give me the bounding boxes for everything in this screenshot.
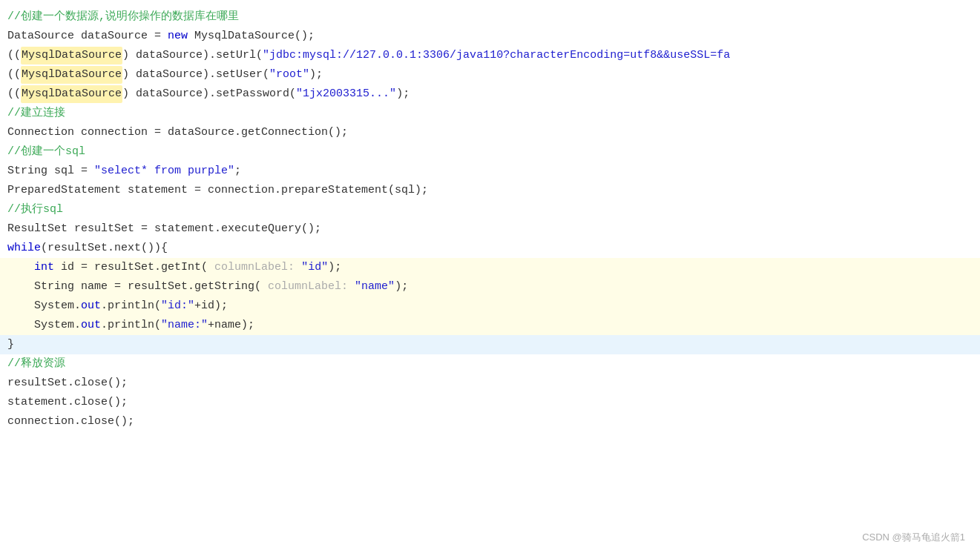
code-line: //释放资源 [0, 354, 980, 374]
code-line: System.out.println("name:"+name); [0, 316, 980, 335]
comment-text: //执行sql [7, 201, 63, 219]
code-token: "name" [355, 278, 395, 296]
code-token: MysqlDataSource [21, 66, 122, 84]
code-token: "select* from purple" [94, 162, 234, 180]
code-token: System. [7, 297, 81, 315]
code-token: int [34, 259, 54, 276]
code-token [348, 278, 355, 296]
code-line: //执行sql [0, 200, 980, 219]
code-token: "id" [301, 259, 328, 276]
code-token: "1jx2003315..." [296, 85, 396, 103]
code-token: } [7, 336, 14, 354]
code-token: MysqlDataSource [21, 85, 122, 103]
code-token [295, 259, 301, 276]
code-lines: //创建一个数据源,说明你操作的数据库在哪里DataSource dataSou… [0, 7, 980, 431]
code-line: resultSet.close(); [0, 374, 980, 393]
code-token: connection.close(); [7, 413, 134, 431]
code-token: out [81, 297, 101, 315]
comment-text: //释放资源 [7, 355, 65, 373]
code-token: out [81, 317, 101, 334]
code-token: DataSource dataSource = [7, 27, 168, 45]
code-line: while(resultSet.next()){ [0, 239, 980, 258]
code-token: ResultSet resultSet = statement.executeQ… [7, 220, 321, 238]
code-line: ((MysqlDataSource) dataSource).setUser("… [0, 65, 980, 85]
comment-text: //创建一个sql [7, 143, 85, 161]
comment-text: //建立连接 [7, 105, 65, 122]
code-line: String name = resultSet.getString( colum… [0, 277, 980, 297]
code-line: //创建一个sql [0, 142, 980, 162]
code-token: ; [234, 162, 241, 180]
code-line: ResultSet resultSet = statement.executeQ… [0, 219, 980, 239]
code-line: //建立连接 [0, 104, 980, 123]
code-line: int id = resultSet.getInt( columnLabel: … [0, 258, 980, 277]
code-token: +id); [194, 297, 228, 315]
code-token: ); [396, 85, 410, 103]
code-token: while [7, 239, 41, 257]
code-token [7, 259, 34, 276]
code-token: System. [7, 317, 81, 334]
code-token: (( [7, 47, 21, 64]
code-token: columnLabel: [214, 259, 295, 276]
code-line: PreparedStatement statement = connection… [0, 181, 980, 200]
code-token: (resultSet.next()){ [41, 239, 168, 257]
code-token: PreparedStatement statement = connection… [7, 182, 428, 199]
code-token: "id:" [161, 297, 194, 315]
code-token: String name = resultSet.getString( [7, 278, 268, 296]
code-token: Connection connection = dataSource.getCo… [7, 124, 348, 142]
code-token: columnLabel: [268, 278, 348, 296]
code-token: MysqlDataSource(); [188, 27, 315, 45]
code-token: resultSet.close(); [7, 374, 128, 392]
code-token: .println( [101, 317, 161, 334]
code-line: Connection connection = dataSource.getCo… [0, 123, 980, 142]
code-token: ); [328, 259, 341, 276]
code-token: new [168, 27, 188, 45]
code-token: "name:" [161, 317, 208, 334]
code-line: ((MysqlDataSource) dataSource).setPasswo… [0, 85, 980, 104]
code-token: ) dataSource).setUrl( [122, 47, 263, 64]
code-line: String sql = "select* from purple"; [0, 162, 980, 181]
code-token: MysqlDataSource [21, 47, 122, 64]
watermark: CSDN @骑马龟追火箭1 [862, 530, 965, 546]
code-token: ); [309, 66, 323, 84]
code-token: ); [395, 278, 408, 296]
code-token: String sql = [7, 162, 94, 180]
code-container: //创建一个数据源,说明你操作的数据库在哪里DataSource dataSou… [0, 0, 980, 553]
code-token: ) dataSource).setUser( [122, 66, 269, 84]
code-line: connection.close(); [0, 412, 980, 431]
code-token: +name); [208, 317, 254, 334]
code-line: } [0, 335, 980, 354]
code-line: //创建一个数据源,说明你操作的数据库在哪里 [0, 7, 980, 27]
code-line: ((MysqlDataSource) dataSource).setUrl("j… [0, 46, 980, 65]
code-token: (( [7, 85, 21, 103]
code-line: DataSource dataSource = new MysqlDataSou… [0, 27, 980, 46]
code-line: System.out.println("id:"+id); [0, 297, 980, 316]
code-token: statement.close(); [7, 394, 128, 411]
code-token: "jdbc:mysql://127.0.0.1:3306/java110?cha… [263, 47, 730, 64]
code-token: ) dataSource).setPassword( [122, 85, 296, 103]
code-token: .println( [101, 297, 161, 315]
code-token: (( [7, 66, 21, 84]
comment-text: //创建一个数据源,说明你操作的数据库在哪里 [7, 8, 239, 26]
code-token: "root" [269, 66, 309, 84]
code-token: id = resultSet.getInt( [54, 259, 214, 276]
code-line: statement.close(); [0, 393, 980, 412]
